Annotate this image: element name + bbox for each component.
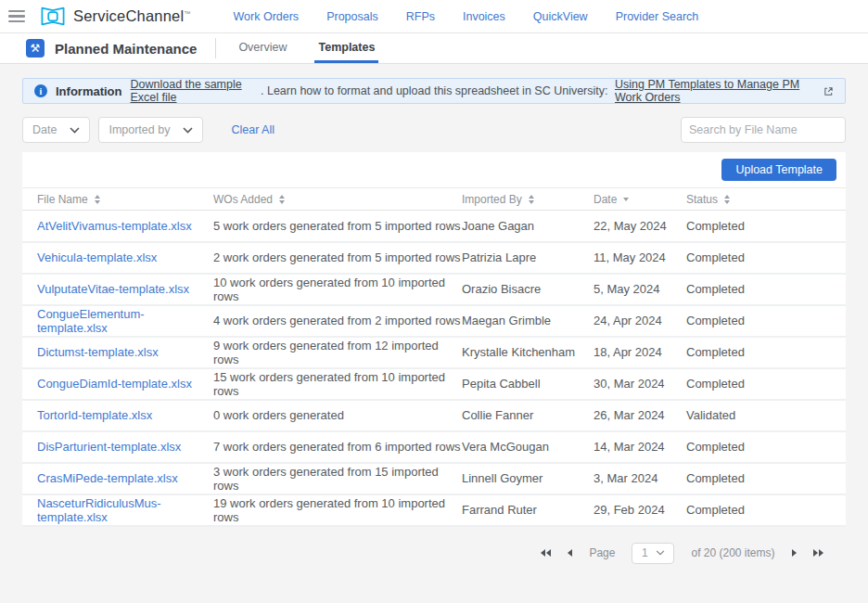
chevron-down-icon (656, 550, 665, 556)
previous-page-button[interactable] (568, 549, 572, 557)
page-number-select[interactable]: 1 (632, 543, 674, 564)
nav-proposals[interactable]: Proposals (326, 10, 378, 23)
page-count-label: of 20 (200 items) (691, 546, 774, 559)
table-row: DisParturient-template.xlsx 7 work order… (22, 431, 846, 463)
file-link[interactable]: CongueElementum-template.xlsx (37, 307, 145, 335)
tab-overview[interactable]: Overview (235, 33, 290, 63)
sort-icon (279, 195, 285, 204)
pagination: Page 1 of 20 (200 items) (22, 543, 846, 564)
tab-templates[interactable]: Templates (314, 33, 378, 63)
imported-by-cell: Farrand Ruter (462, 494, 594, 526)
page-content: i Information Download the sample Excel … (0, 78, 868, 564)
chevron-down-icon (183, 127, 193, 134)
wos-added-cell: 0 work orders generated (213, 400, 462, 431)
banner-title: Information (56, 84, 122, 98)
table-row: VulputateVitae-template.xlsx 10 work ord… (22, 274, 846, 305)
wos-added-cell: 7 work orders generated from 6 imported … (213, 431, 462, 463)
date-cell: 14, Mar 2024 (594, 431, 686, 463)
download-sample-link[interactable]: Download the sample Excel file (131, 78, 262, 104)
date-cell: 3, Mar 2024 (594, 463, 686, 494)
column-header-date[interactable]: Date (594, 193, 686, 206)
status-cell: Validated (686, 400, 846, 431)
wos-added-cell: 5 work orders generated from 5 imported … (213, 211, 462, 242)
status-cell: Completed (686, 368, 846, 400)
table-row: NasceturRidiculusMus-template.xlsx 19 wo… (22, 494, 846, 526)
banner-text: . Learn how to format and upload this sp… (261, 84, 611, 97)
file-link[interactable]: Vehicula-template.xlsx (37, 250, 157, 264)
nav-quickview[interactable]: QuickView (533, 10, 588, 23)
sort-icon (529, 195, 534, 204)
imported-by-cell: Linnell Goymer (462, 463, 594, 494)
wos-added-cell: 9 work orders generated from 12 imported… (213, 337, 462, 368)
date-cell: 30, Mar 2024 (594, 368, 686, 400)
file-link[interactable]: TortorId-template.xlsx (37, 408, 152, 422)
status-cell: Completed (686, 337, 846, 368)
information-banner: i Information Download the sample Excel … (22, 78, 846, 104)
file-link[interactable]: Dictumst-template.xlsx (37, 345, 159, 359)
page-label: Page (589, 546, 615, 559)
file-link[interactable]: VulputateVitae-template.xlsx (37, 282, 189, 296)
table-body: AtVelitVivamus-template.xlsx 5 work orde… (22, 211, 846, 526)
status-cell: Completed (686, 305, 846, 337)
table-header-row: File Name WOs Added Imported By Date Sta… (22, 188, 846, 211)
imported-by-cell: Maegan Grimble (462, 305, 594, 337)
wos-added-cell: 4 work orders generated from 2 imported … (213, 305, 462, 337)
wos-added-cell: 15 work orders generated from 10 importe… (213, 368, 462, 400)
column-header-wos-added[interactable]: WOs Added (213, 193, 462, 206)
date-cell: 22, May 2024 (594, 211, 686, 242)
table-row: Vehicula-template.xlsx 2 work orders gen… (22, 242, 846, 274)
sort-descending-icon (623, 198, 629, 201)
page-header-bar: ⚒ Planned Maintenance Overview Templates (0, 33, 868, 64)
top-navigation-bar: ServiceChannel™ Work Orders Proposals RF… (0, 0, 868, 33)
file-link[interactable]: CrasMiPede-template.xlsx (37, 471, 178, 485)
info-icon: i (34, 84, 47, 97)
first-page-button[interactable] (541, 549, 552, 557)
wos-added-cell: 2 work orders generated from 5 imported … (213, 242, 462, 274)
table-row: AtVelitVivamus-template.xlsx 5 work orde… (22, 211, 846, 242)
file-name-search (681, 117, 846, 143)
status-cell: Completed (686, 211, 846, 242)
imported-by-cell: Orazio Bisacre (462, 274, 594, 305)
imported-by-cell: Patrizia Lapre (462, 242, 594, 274)
imported-by-cell: Pepita Cabbell (462, 368, 594, 400)
wos-added-cell: 3 work orders generated from 15 imported… (213, 463, 462, 494)
table-row: CongueElementum-template.xlsx 4 work ord… (22, 305, 846, 337)
hamburger-menu-icon[interactable] (8, 10, 25, 23)
nav-invoices[interactable]: Invoices (463, 10, 505, 23)
column-header-imported-by[interactable]: Imported By (462, 193, 594, 206)
file-link[interactable]: DisParturient-template.xlsx (37, 440, 181, 454)
status-cell: Completed (686, 274, 846, 305)
page-title: Planned Maintenance (55, 41, 197, 57)
sort-icon (724, 195, 730, 204)
last-page-button[interactable] (813, 549, 824, 557)
current-page-value: 1 (642, 546, 648, 559)
status-cell: Completed (686, 431, 846, 463)
sc-university-link[interactable]: Using PM Templates to Manage PM Work Ord… (615, 78, 820, 104)
file-link[interactable]: NasceturRidiculusMus-template.xlsx (37, 496, 161, 524)
imported-by-filter-dropdown[interactable]: Imported by (98, 117, 203, 143)
date-cell: 29, Feb 2024 (594, 494, 686, 526)
templates-card: Upload Template File Name WOs Added Impo… (22, 152, 846, 527)
wos-added-cell: 10 work orders generated from 10 importe… (213, 274, 462, 305)
upload-template-button[interactable]: Upload Template (721, 159, 836, 181)
nav-provider-search[interactable]: Provider Search (616, 10, 699, 23)
next-page-button[interactable] (792, 549, 797, 557)
status-cell: Completed (686, 494, 846, 526)
trademark-symbol: ™ (184, 10, 190, 17)
nav-work-orders[interactable]: Work Orders (234, 10, 300, 23)
imported-by-cell: Collie Fanner (462, 400, 594, 431)
date-filter-dropdown[interactable]: Date (22, 117, 90, 143)
brand-name: ServiceChannel™ (73, 7, 191, 25)
tab-bar: Overview Templates (235, 33, 378, 63)
column-header-file-name[interactable]: File Name (37, 193, 213, 206)
imported-by-cell: Vera McGougan (462, 431, 594, 463)
file-link[interactable]: AtVelitVivamus-template.xlsx (37, 219, 192, 233)
file-link[interactable]: CongueDiamId-template.xlsx (37, 377, 192, 391)
date-cell: 18, Apr 2024 (594, 337, 686, 368)
nav-rfps[interactable]: RFPs (406, 10, 435, 23)
column-header-status[interactable]: Status (686, 193, 846, 206)
date-cell: 26, Mar 2024 (594, 400, 686, 431)
clear-all-link[interactable]: Clear All (231, 123, 274, 136)
search-input[interactable] (689, 123, 838, 136)
status-cell: Completed (686, 463, 846, 494)
